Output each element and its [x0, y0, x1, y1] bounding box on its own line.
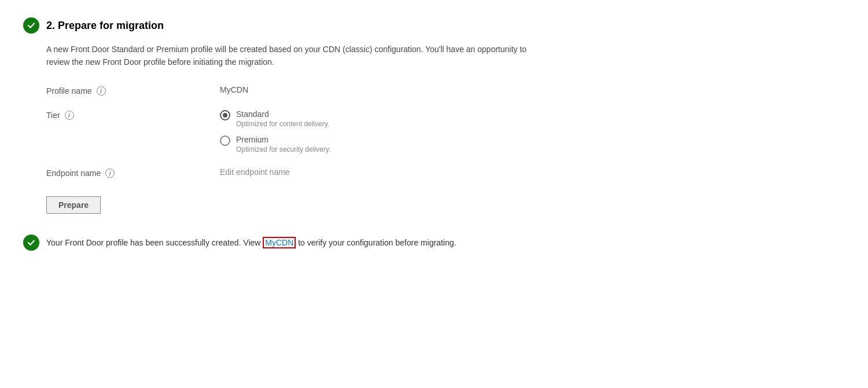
tier-premium-sublabel: Optimized for security delivery.: [236, 145, 330, 153]
tier-radio-standard-inner: [223, 113, 227, 118]
endpoint-name-row: Endpoint name i Edit endpoint name: [46, 167, 845, 178]
profile-name-info-icon[interactable]: i: [97, 86, 106, 96]
profile-name-label: Profile name i: [46, 85, 220, 96]
tier-standard-label: Standard: [236, 109, 329, 119]
success-bar: Your Front Door profile has been success…: [23, 235, 845, 251]
success-suffix: to verify your configuration before migr…: [298, 238, 456, 247]
profile-name-row: Profile name i MyCDN: [46, 85, 845, 96]
success-prefix: Your Front Door profile has been success…: [46, 238, 260, 247]
success-check-icon: [23, 235, 39, 251]
section-container: 2. Prepare for migration A new Front Doo…: [23, 17, 845, 251]
section-description: A new Front Door Standard or Premium pro…: [23, 43, 544, 69]
endpoint-name-label: Endpoint name i: [46, 167, 220, 178]
tier-label: Tier i: [46, 109, 220, 120]
prepare-button[interactable]: Prepare: [46, 196, 101, 214]
tier-option-premium[interactable]: Premium Optimized for security delivery.: [220, 135, 330, 153]
tier-options: Standard Optimized for content delivery.…: [220, 109, 330, 153]
tier-info-icon[interactable]: i: [65, 111, 74, 120]
form-area: Profile name i MyCDN Tier i Standard O: [23, 85, 845, 230]
section-title: 2. Prepare for migration: [46, 20, 164, 32]
endpoint-name-value[interactable]: Edit endpoint name: [220, 167, 290, 177]
mycdn-link[interactable]: MyCDN: [263, 237, 296, 248]
tier-standard-sublabel: Optimized for content delivery.: [236, 120, 329, 128]
tier-radio-premium[interactable]: [220, 136, 230, 146]
section-header: 2. Prepare for migration: [23, 17, 845, 34]
tier-radio-standard[interactable]: [220, 110, 230, 120]
tier-row: Tier i Standard Optimized for content de…: [46, 109, 845, 153]
tier-option-standard[interactable]: Standard Optimized for content delivery.: [220, 109, 330, 128]
tier-premium-label: Premium: [236, 135, 330, 144]
profile-name-value: MyCDN: [220, 85, 248, 94]
step-check-icon: [23, 17, 39, 34]
success-text: Your Front Door profile has been success…: [46, 238, 456, 247]
endpoint-name-info-icon[interactable]: i: [105, 169, 115, 178]
